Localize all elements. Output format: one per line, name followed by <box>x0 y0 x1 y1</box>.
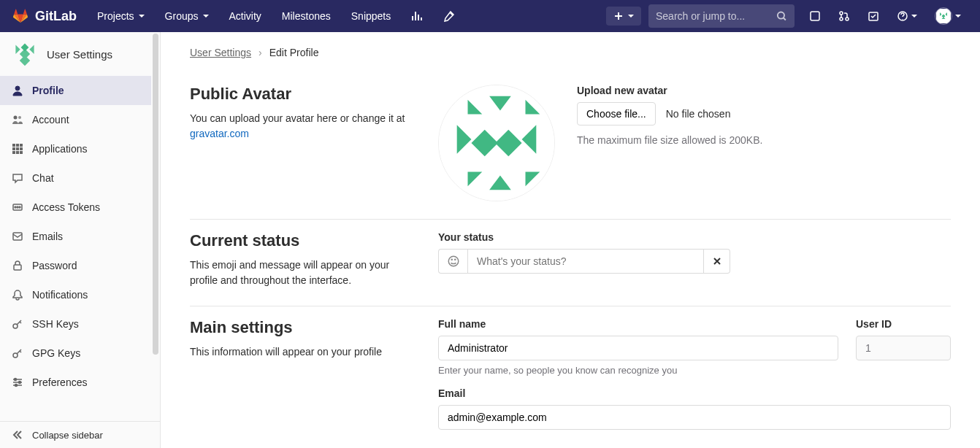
status-section-title: Current status <box>190 231 416 250</box>
issues-icon[interactable] <box>802 4 828 28</box>
svg-rect-19 <box>20 151 23 154</box>
user-menu[interactable] <box>927 1 968 31</box>
avatar-section-title: Public Avatar <box>190 85 416 104</box>
svg-point-33 <box>451 259 452 260</box>
chevron-down-icon <box>203 15 209 18</box>
lock-icon <box>12 260 23 271</box>
preferences-icon <box>12 376 23 388</box>
chevron-down-icon <box>955 15 961 18</box>
tanuki-icon <box>12 7 29 25</box>
svg-point-0 <box>778 12 784 18</box>
collapse-sidebar-button[interactable]: Collapse sidebar <box>0 421 160 448</box>
main-section-desc: This information will appear on your pro… <box>190 344 416 360</box>
sidebar-header: User Settings <box>0 32 160 76</box>
nav-milestones[interactable]: Milestones <box>275 0 338 32</box>
search-box[interactable] <box>648 4 795 28</box>
sidebar-item-password[interactable]: Password <box>0 251 160 280</box>
sidebar-item-applications[interactable]: Applications <box>0 134 160 163</box>
new-menu-button[interactable] <box>606 7 641 26</box>
svg-point-32 <box>448 256 459 266</box>
smiley-icon <box>447 255 460 268</box>
nav-analytics-icon[interactable] <box>404 4 430 28</box>
svg-point-30 <box>15 385 18 387</box>
status-clear-button[interactable] <box>704 249 730 274</box>
nav-activity[interactable]: Activity <box>222 0 269 32</box>
userid-input <box>856 336 951 360</box>
avatar-section-desc: You can upload your avatar here or chang… <box>190 111 416 142</box>
sidebar-item-account[interactable]: Account <box>0 105 160 134</box>
fullname-label: Full name <box>438 318 838 330</box>
bell-icon <box>12 289 23 301</box>
sidebar-item-notifications[interactable]: Notifications <box>0 280 160 309</box>
status-input[interactable] <box>467 249 704 274</box>
sidebar-item-emails[interactable]: Emails <box>0 222 160 251</box>
profile-icon <box>12 85 23 96</box>
key-icon <box>12 318 23 330</box>
applications-icon <box>12 143 23 155</box>
nav-snippets[interactable]: Snippets <box>344 0 398 32</box>
email-icon <box>12 231 23 242</box>
svg-point-29 <box>19 382 21 384</box>
breadcrumb-current: Edit Profile <box>269 47 319 58</box>
help-icon[interactable] <box>889 4 925 28</box>
chevron-down-icon <box>139 15 145 18</box>
svg-rect-1 <box>811 12 819 20</box>
token-icon <box>12 201 23 213</box>
svg-rect-11 <box>12 144 15 147</box>
nav-groups[interactable]: Groups <box>158 0 216 32</box>
email-label: Email <box>438 387 951 399</box>
todos-icon[interactable] <box>860 4 887 28</box>
svg-point-34 <box>454 259 455 260</box>
sidebar-item-ssh-keys[interactable]: SSH Keys <box>0 309 160 339</box>
sidebar-item-preferences[interactable]: Preferences <box>0 368 160 397</box>
upload-label: Upload new avatar <box>577 85 951 96</box>
fullname-input[interactable] <box>438 336 838 360</box>
svg-rect-14 <box>12 147 15 150</box>
search-icon <box>776 10 787 22</box>
gitlab-logo[interactable]: GitLab <box>12 7 77 25</box>
svg-point-8 <box>15 86 20 90</box>
svg-rect-16 <box>20 147 23 150</box>
svg-point-23 <box>19 206 20 208</box>
email-input[interactable] <box>438 405 951 430</box>
nav-admin-icon[interactable] <box>436 4 462 28</box>
status-label: Your status <box>438 231 951 243</box>
sidebar-item-profile[interactable]: Profile <box>0 76 160 105</box>
svg-point-3 <box>840 18 843 20</box>
svg-point-21 <box>15 206 16 208</box>
account-icon <box>12 114 23 125</box>
svg-point-4 <box>846 18 849 20</box>
breadcrumb-root[interactable]: User Settings <box>190 47 251 58</box>
svg-rect-18 <box>16 151 19 154</box>
svg-rect-17 <box>12 151 15 154</box>
upload-hint: The maximum file size allowed is 200KB. <box>577 134 951 146</box>
gravatar-link[interactable]: gravatar.com <box>190 128 249 139</box>
choose-file-button[interactable]: Choose file... <box>577 102 656 125</box>
svg-rect-25 <box>14 265 21 270</box>
status-emoji-button[interactable] <box>438 249 467 274</box>
collapse-icon <box>12 429 23 441</box>
chat-icon <box>12 172 23 184</box>
sidebar-item-gpg-keys[interactable]: GPG Keys <box>0 339 160 368</box>
merge-requests-icon[interactable] <box>831 4 857 28</box>
sidebar-item-access-tokens[interactable]: Access Tokens <box>0 193 160 222</box>
fullname-hint: Enter your name, so people you know can … <box>438 365 838 376</box>
sidebar-title: User Settings <box>47 48 112 61</box>
sidebar-scrollbar[interactable] <box>151 32 160 360</box>
svg-rect-13 <box>20 144 23 147</box>
breadcrumb-separator: › <box>259 47 262 58</box>
key-icon <box>12 347 23 359</box>
no-file-text: No file chosen <box>666 108 731 120</box>
search-input[interactable] <box>656 10 776 22</box>
svg-point-22 <box>17 206 18 208</box>
chevron-down-icon <box>911 15 917 18</box>
userid-label: User ID <box>856 318 951 330</box>
svg-point-2 <box>840 12 843 15</box>
sidebar-item-chat[interactable]: Chat <box>0 163 160 193</box>
svg-point-28 <box>15 379 17 381</box>
chevron-down-icon <box>628 15 634 18</box>
user-avatar-icon <box>936 9 951 23</box>
brand-text: GitLab <box>35 9 77 24</box>
svg-point-10 <box>18 116 21 119</box>
nav-projects[interactable]: Projects <box>90 0 152 32</box>
